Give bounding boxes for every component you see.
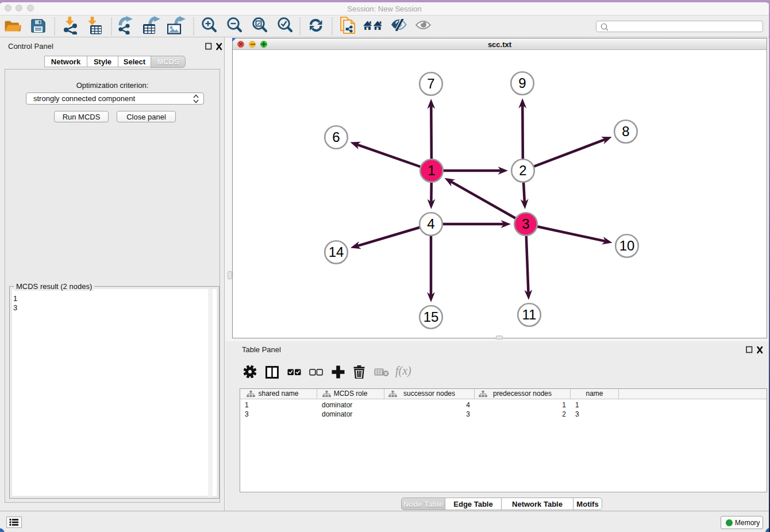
svg-text:6: 6 [332,129,340,145]
svg-text:2: 2 [519,163,526,178]
svg-text:4: 4 [427,216,434,232]
svg-text:10: 10 [619,238,635,253]
svg-text:3: 3 [522,216,529,232]
svg-text:9: 9 [518,75,526,91]
svg-text:11: 11 [522,307,537,322]
svg-text:1: 1 [428,163,435,178]
svg-text:15: 15 [424,309,439,325]
svg-text:8: 8 [622,124,629,139]
svg-text:14: 14 [329,244,344,260]
svg-text:7: 7 [427,76,434,91]
